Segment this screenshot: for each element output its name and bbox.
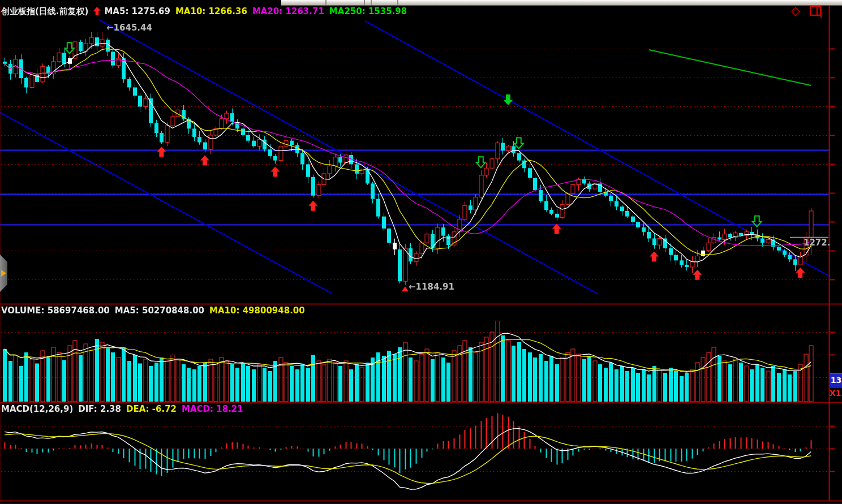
toolbar-divider — [371, 0, 372, 5]
ma250-value: MA250: 1535.98 — [329, 6, 407, 16]
ma20-value: MA20: 1263.71 — [252, 6, 324, 16]
scale-badge: 13 — [830, 373, 842, 387]
ma5-value: MA5: 1275.69 — [104, 6, 170, 16]
scale-multiplier: X1 — [830, 389, 841, 398]
expand-arrow-icon — [1, 270, 6, 277]
high-price-label: ←1645.44 — [106, 23, 152, 33]
toolbar-edge-strip[interactable] — [281, 0, 842, 6]
up-arrow-icon — [93, 6, 101, 16]
volume-value: VOLUME: 58697468.00 — [1, 305, 110, 316]
volume-ma10-value: MA10: 49800948.00 — [209, 305, 305, 316]
split-window-icon[interactable] — [809, 6, 823, 20]
toolbar-divider — [397, 0, 398, 5]
macd-title: MACD(12,26,9) — [1, 404, 73, 414]
macd-value: MACD: 18.21 — [182, 404, 243, 414]
toolbar-divider — [325, 0, 327, 5]
diamond-icon[interactable]: ◇ — [791, 5, 800, 17]
last-price-label: 1272. — [804, 238, 830, 248]
low-price-label: ←1184.91 — [409, 282, 454, 292]
stock-app-window: 创业板指(日线.前复权)MA5: 1275.69MA10: 1266.36MA2… — [0, 0, 842, 504]
chart-canvas[interactable] — [0, 0, 842, 504]
ma10-value: MA10: 1266.36 — [175, 6, 247, 16]
page-title: 创业板指(日线.前复权) — [1, 6, 88, 16]
toolbar-divider — [364, 0, 365, 5]
macd-header: MACD(12,26,9)DIF: 2.38DEA: -6.72MACD: 18… — [1, 404, 248, 414]
volume-header: VOLUME: 58697468.00MA5: 50270848.00MA10:… — [1, 305, 310, 316]
chart-title-bar: 创业板指(日线.前复权)MA5: 1275.69MA10: 1266.36MA2… — [1, 6, 412, 17]
dif-value: DIF: 2.38 — [78, 404, 121, 414]
dea-value: DEA: -6.72 — [126, 404, 177, 414]
volume-ma5-value: MA5: 50270848.00 — [115, 305, 204, 316]
